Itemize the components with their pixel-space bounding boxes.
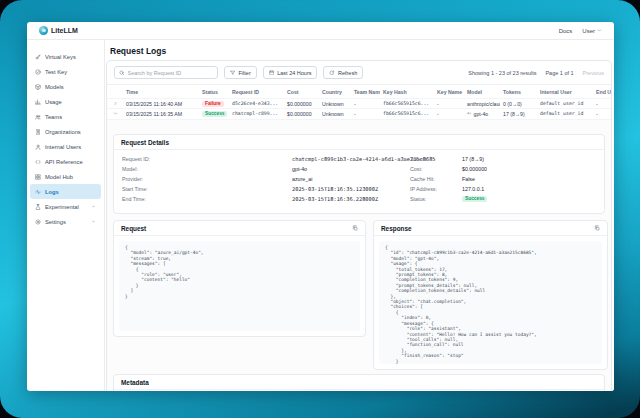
table-row[interactable]: 03/15/2025 11:16:35 AM Success chatcmpl-…	[107, 108, 611, 118]
filter-button[interactable]: Filter	[224, 66, 257, 79]
chevron-down-icon	[91, 219, 96, 224]
cell-internal-user: default_user_id	[537, 101, 593, 106]
presentation-frame: LiteLLM Docs User Virtual Keys Test Ke	[0, 0, 640, 418]
litellm-logo-icon	[39, 26, 48, 35]
search-icon	[119, 70, 125, 76]
status-value: Success	[462, 195, 487, 202]
sidebar-item-label: Internal Users	[45, 144, 81, 150]
cell-time: 03/15/2025 11:16:40 AM	[123, 101, 199, 107]
sidebar-item-virtual-keys[interactable]: Virtual Keys	[30, 49, 101, 64]
request-panel: Request { "model": "azure_ai/gpt-4o", "s…	[113, 220, 366, 337]
cell-team-name: -	[351, 101, 380, 107]
metadata-panel: Metadata	[113, 374, 605, 391]
user-menu[interactable]: User	[582, 28, 602, 34]
activity-icon	[35, 189, 41, 195]
cell-tokens: 17 (8→9)	[500, 111, 537, 117]
sidebar-item-internal-users[interactable]: Internal Users	[30, 139, 101, 154]
expand-row-button[interactable]	[107, 101, 123, 106]
time-range-label: Last 24 Hours	[277, 70, 311, 76]
sidebar-item-model-hub[interactable]: Model Hub	[30, 169, 101, 184]
column-header-time: Time	[123, 89, 199, 95]
building-icon	[35, 129, 41, 135]
users-icon	[35, 114, 41, 120]
sidebar-item-experimental[interactable]: Experimental	[30, 199, 101, 214]
column-header-cost: Cost	[284, 89, 319, 95]
cell-key-hash: fb66c565915c6...	[380, 101, 434, 106]
sidebar-item-logs[interactable]: Logs	[30, 184, 101, 199]
sidebar-item-organizations[interactable]: Organizations	[30, 124, 101, 139]
chevron-right-icon	[113, 101, 118, 106]
cache-hit-value: False	[462, 176, 475, 182]
provider-arrow-icon	[467, 111, 472, 116]
response-code-box[interactable]: { "id": "chatcmpl-c899c1b3-ca2e-4214-a6d…	[379, 241, 602, 364]
sidebar-item-label: Virtual Keys	[45, 54, 76, 60]
cell-tokens: 0 (0→0)	[500, 101, 537, 107]
request-details-title: Request Details	[121, 139, 169, 146]
sidebar-item-label: Organizations	[45, 129, 81, 135]
calendar-icon	[269, 70, 275, 76]
provider-label: Provider:	[122, 176, 143, 182]
code-icon	[35, 159, 41, 165]
sidebar-item-api-reference[interactable]: API Reference	[30, 154, 101, 169]
litellm-logo[interactable]: LiteLLM	[39, 26, 78, 35]
bar-chart-icon	[35, 99, 41, 105]
cell-key-hash: fb66c565915c6...	[380, 111, 434, 116]
top-navbar: LiteLLM Docs User	[27, 22, 614, 40]
end-time-label: End Time:	[122, 196, 146, 202]
metadata-panel-title: Metadata	[121, 379, 149, 386]
column-header-country: Country	[319, 89, 351, 95]
copy-request-button[interactable]	[352, 225, 358, 231]
model-label: Model:	[122, 166, 138, 172]
docs-link[interactable]: Docs	[559, 28, 573, 34]
sidebar-item-test-key[interactable]: Test Key	[30, 64, 101, 79]
request-code-box[interactable]: { "model": "azure_ai/gpt-4o", "stream": …	[119, 241, 360, 331]
filter-icon	[230, 70, 236, 76]
sidebar-item-usage[interactable]: Usage	[30, 94, 101, 109]
status-badge: Success	[462, 196, 487, 202]
sidebar-item-label: Test Key	[45, 69, 67, 75]
cell-time: 03/15/2025 11:16:35 AM	[123, 111, 199, 117]
grid-icon	[35, 174, 41, 180]
cell-key-name: -	[434, 111, 464, 117]
end-time-value: 2025-03-15T18:16:36.228000Z	[292, 196, 378, 202]
chevron-down-icon	[597, 28, 602, 33]
copy-response-button[interactable]	[594, 225, 600, 231]
sidebar-item-models[interactable]: Models	[30, 79, 101, 94]
response-json: { "id": "chatcmpl-c899c1b3-ca2e-4214-a6d…	[385, 245, 596, 364]
collapse-row-button[interactable]	[107, 111, 123, 116]
copy-icon	[352, 225, 358, 231]
response-panel-title: Response	[381, 225, 412, 232]
column-header-internal-user: Internal User	[537, 89, 593, 95]
logs-card: Filter Last 24 Hours Refresh Showing 1 -…	[106, 60, 612, 391]
cell-country: Unknown	[319, 101, 351, 107]
flask-icon	[35, 204, 41, 210]
search-input[interactable]	[128, 70, 214, 76]
key-icon	[35, 54, 41, 60]
table-row[interactable]: 03/15/2025 11:16:40 AM Failure d5c26ce4-…	[107, 98, 611, 108]
search-box[interactable]	[114, 66, 218, 79]
brand-name: LiteLLM	[51, 27, 78, 34]
sidebar-item-label: Model Hub	[45, 174, 73, 180]
copy-icon	[594, 225, 600, 231]
cell-status: Failure	[199, 100, 229, 107]
column-header-end-user: End User	[593, 89, 611, 95]
previous-page-button[interactable]: Previous	[583, 70, 604, 76]
status-badge: Failure	[202, 101, 224, 107]
cell-model: anthropic/claude-...	[464, 101, 500, 107]
logs-toolbar: Filter Last 24 Hours Refresh Showing 1 -…	[107, 61, 611, 85]
start-time-label: Start Time:	[122, 186, 148, 192]
column-header-key-name: Key Name	[434, 89, 464, 95]
time-range-button[interactable]: Last 24 Hours	[263, 66, 318, 79]
cell-cost: $0.000000	[284, 101, 319, 107]
sidebar-item-label: Usage	[45, 99, 62, 105]
request-json: { "model": "azure_ai/gpt-4o", "stream": …	[125, 245, 354, 299]
sidebar-item-settings[interactable]: Settings	[30, 214, 101, 229]
user-icon	[35, 144, 41, 150]
app-window: LiteLLM Docs User Virtual Keys Test Ke	[27, 22, 614, 391]
refresh-button[interactable]: Refresh	[323, 66, 363, 79]
sidebar-item-label: Experimental	[45, 204, 79, 210]
sidebar-item-teams[interactable]: Teams	[30, 109, 101, 124]
filter-button-label: Filter	[239, 70, 251, 76]
cell-cost: $0.000000	[284, 111, 319, 117]
cell-end-user: -	[593, 111, 611, 117]
